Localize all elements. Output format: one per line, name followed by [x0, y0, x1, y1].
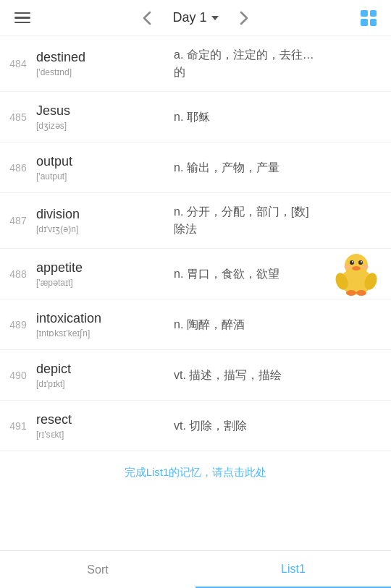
word-list: 484 destined ['destɪnd] a. 命定的，注定的，去往…的 … [0, 36, 391, 550]
word-english: appetite [36, 260, 174, 276]
svg-point-4 [352, 261, 353, 263]
tab-list1[interactable]: List1 [196, 551, 391, 588]
word-english: destined [36, 50, 174, 65]
word-row[interactable]: 488 appetite ['æpətaɪt] n. 胃口，食欲，欲望 [0, 249, 391, 299]
grid-icon [361, 10, 377, 26]
word-left: output ['autput] [36, 154, 174, 182]
svg-point-9 [346, 290, 356, 296]
bottom-tab-bar: Sort List1 [0, 550, 391, 588]
word-number: 490 [0, 370, 36, 381]
word-chinese: n. 耶稣 [174, 108, 391, 126]
word-phonetic: [ɪntɒksɪ'keɪʃn] [36, 328, 174, 338]
word-row[interactable]: 490 depict [dɪ'pɪkt] vt. 描述，描写，描绘 [0, 350, 391, 401]
hamburger-icon [14, 12, 30, 24]
word-number: 489 [0, 319, 36, 331]
word-english: resect [36, 412, 174, 427]
word-left: destined ['destɪnd] [36, 50, 174, 77]
word-row[interactable]: 485 Jesus [dʒizəs] n. 耶稣 [0, 92, 391, 142]
mascot-svg [327, 244, 385, 302]
word-number: 485 [0, 111, 36, 123]
word-english: Jesus [36, 103, 174, 119]
word-left: intoxication [ɪntɒksɪ'keɪʃn] [36, 311, 174, 338]
mascot-character [327, 244, 385, 304]
svg-point-6 [352, 266, 361, 270]
word-number: 486 [0, 162, 36, 174]
word-chinese: n. 输出，产物，产量 [174, 159, 391, 176]
day-title-container[interactable]: Day 1 [172, 10, 218, 25]
word-left: resect [rɪ'sɛkt] [36, 412, 174, 440]
tab-list1-label: List1 [281, 563, 306, 576]
word-english: division [36, 207, 174, 222]
word-number: 487 [0, 215, 36, 226]
svg-point-10 [356, 290, 366, 296]
complete-list-link[interactable]: 完成List1的记忆，请点击此处 [0, 451, 391, 494]
word-chinese: vt. 切除，割除 [174, 417, 391, 435]
word-phonetic: ['æpətaɪt] [36, 278, 174, 288]
tab-sort[interactable]: Sort [0, 551, 196, 588]
back-button[interactable] [136, 7, 158, 29]
svg-point-2 [350, 260, 354, 265]
list-view-button[interactable] [358, 7, 379, 29]
day-title: Day 1 [172, 10, 206, 25]
word-phonetic: [dɪ'vɪʒ(ə)n] [36, 224, 174, 234]
word-left: division [dɪ'vɪʒ(ə)n] [36, 207, 174, 234]
word-chinese: a. 命定的，注定的，去往…的 [174, 46, 391, 81]
svg-point-12 [361, 265, 369, 269]
chevron-right-icon [240, 11, 248, 25]
app-header: Day 1 [0, 0, 391, 36]
word-left: Jesus [dʒizəs] [36, 103, 174, 131]
word-left: depict [dɪ'pɪkt] [36, 362, 174, 389]
word-phonetic: [rɪ'sɛkt] [36, 430, 174, 440]
word-english: depict [36, 362, 174, 377]
word-row[interactable]: 489 intoxication [ɪntɒksɪ'keɪʃn] n. 陶醉，醉… [0, 299, 391, 350]
forward-button[interactable] [233, 7, 255, 29]
word-phonetic: ['autput] [36, 171, 174, 182]
word-number: 484 [0, 58, 36, 69]
word-row[interactable]: 486 output ['autput] n. 输出，产物，产量 [0, 142, 391, 193]
tab-sort-label: Sort [87, 563, 108, 576]
word-phonetic: ['destɪnd] [36, 67, 174, 77]
word-chinese: vt. 描述，描写，描绘 [174, 367, 391, 384]
word-chinese: n. 分开，分配，部门，[数]除法 [174, 203, 391, 238]
word-phonetic: [dɪ'pɪkt] [36, 379, 174, 389]
word-row[interactable]: 487 division [dɪ'vɪʒ(ə)n] n. 分开，分配，部门，[数… [0, 193, 391, 249]
svg-point-3 [358, 260, 363, 265]
word-left: appetite ['æpətaɪt] [36, 260, 174, 288]
word-number: 488 [0, 268, 36, 280]
menu-button[interactable] [12, 7, 33, 29]
word-english: output [36, 154, 174, 169]
word-phonetic: [dʒizəs] [36, 121, 174, 131]
word-english: intoxication [36, 311, 174, 326]
word-chinese: n. 陶醉，醉酒 [174, 316, 391, 333]
chevron-left-icon [143, 11, 151, 25]
word-row[interactable]: 491 resect [rɪ'sɛkt] vt. 切除，割除 [0, 401, 391, 451]
word-row[interactable]: 484 destined ['destɪnd] a. 命定的，注定的，去往…的 [0, 36, 391, 92]
svg-point-5 [361, 261, 362, 263]
word-number: 491 [0, 420, 36, 432]
svg-point-11 [344, 265, 351, 269]
dropdown-chevron-icon [211, 16, 219, 20]
